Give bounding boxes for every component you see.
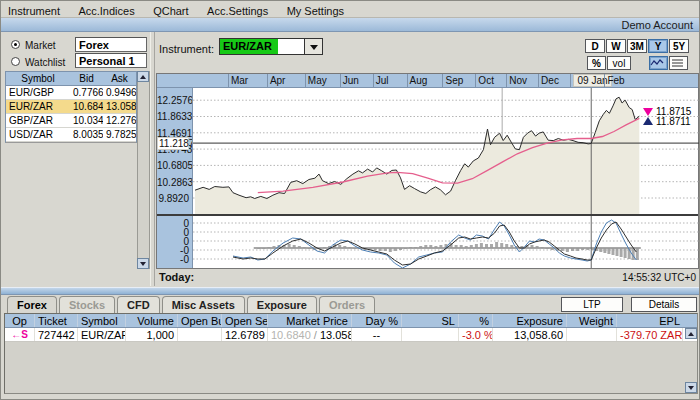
osc-histogram-bar bbox=[636, 248, 639, 260]
account-bar: Demo Account bbox=[1, 18, 700, 32]
instrument-input[interactable] bbox=[278, 39, 304, 54]
tab-exposure[interactable]: Exposure bbox=[247, 296, 317, 313]
col-op[interactable]: Op bbox=[5, 314, 35, 327]
arrow-down-icon bbox=[140, 262, 146, 266]
price-plot[interactable]: 11.8715 11.8711 bbox=[192, 88, 698, 214]
col-weight[interactable]: Weight bbox=[567, 314, 617, 327]
quote-ask: 9.7825 bbox=[103, 128, 136, 141]
osc-histogram-bar bbox=[500, 243, 503, 248]
quote-symbol: USD/ZAR bbox=[6, 128, 70, 141]
positions-header-row: Op Ticket Symbol Volume Open Buy Open Se… bbox=[5, 314, 697, 328]
quote-row[interactable]: EUR/GBP 0.7766 0.9496 bbox=[6, 86, 136, 100]
period-year-button[interactable]: Y bbox=[648, 39, 668, 53]
positions-scroll-down-button[interactable] bbox=[685, 382, 697, 393]
scroll-up-button[interactable] bbox=[137, 71, 149, 82]
clock-time: 14:55:32 UTC+0 bbox=[622, 272, 696, 283]
menu-instrument[interactable]: Instrument bbox=[1, 3, 67, 17]
watchlist-radio[interactable] bbox=[11, 57, 20, 66]
quote-row-selected[interactable]: EUR/ZAR 10.6840 13.0586 bbox=[6, 100, 136, 114]
arrow-up-icon bbox=[140, 75, 146, 79]
col-epl[interactable]: EPL bbox=[617, 314, 683, 327]
buy-price-marker-icon bbox=[643, 117, 653, 125]
today-label: Today: bbox=[159, 271, 194, 283]
col-ticket[interactable]: Ticket bbox=[35, 314, 78, 327]
quotes-header-ask[interactable]: Ask bbox=[103, 72, 136, 85]
col-volume[interactable]: Volume bbox=[126, 314, 178, 327]
col-pct[interactable]: % bbox=[459, 314, 493, 327]
quote-bid: 8.0035 bbox=[70, 128, 103, 141]
position-weight bbox=[567, 328, 617, 341]
position-market-price: 10.6840 / 13.0586 bbox=[268, 328, 352, 341]
instrument-selector[interactable]: EUR/ZAR bbox=[219, 38, 323, 55]
col-sl[interactable]: SL bbox=[402, 314, 459, 327]
quote-bid: 10.0340 bbox=[70, 114, 103, 127]
position-row[interactable]: ←S 727442 EUR/ZAR 1,000 12.6789 10.6840 … bbox=[5, 328, 697, 342]
osc-histogram-bar bbox=[384, 248, 387, 251]
tab-forex[interactable]: Forex bbox=[7, 296, 57, 313]
percent-scale-button[interactable]: % bbox=[587, 56, 606, 70]
osc-histogram-bar bbox=[561, 248, 564, 251]
price-plot-overlay: 11.8715 11.8711 bbox=[193, 88, 699, 214]
panel-splitter[interactable] bbox=[150, 32, 155, 286]
osc-histogram-bar bbox=[404, 248, 407, 249]
period-day-button[interactable]: D bbox=[585, 39, 605, 53]
menu-acc-settings[interactable]: Acc.Settings bbox=[200, 3, 275, 17]
col-day-pct[interactable]: Day % bbox=[352, 314, 402, 327]
period-5year-button[interactable]: 5Y bbox=[669, 39, 689, 53]
osc-histogram-bar bbox=[536, 246, 539, 248]
tab-stocks[interactable]: Stocks bbox=[59, 296, 115, 313]
osc-histogram-bar bbox=[551, 248, 554, 250]
line-chart-mode-button[interactable] bbox=[649, 56, 668, 70]
col-market-price[interactable]: Market Price bbox=[268, 314, 352, 327]
quote-list-mode-button[interactable] bbox=[669, 56, 688, 70]
month-tick bbox=[442, 74, 443, 87]
osc-histogram-bar bbox=[616, 248, 619, 256]
quote-bid: 10.6840 bbox=[70, 100, 103, 113]
menu-qchart[interactable]: QChart bbox=[146, 3, 195, 17]
osc-histogram-bar bbox=[379, 248, 382, 251]
watchlist-field[interactable]: Personal 1 bbox=[75, 53, 147, 68]
volume-button[interactable]: vol bbox=[607, 56, 631, 70]
osc-histogram-bar bbox=[620, 248, 623, 257]
period-3month-button[interactable]: 3M bbox=[627, 39, 647, 53]
horizontal-splitter[interactable] bbox=[1, 287, 700, 295]
month-tick bbox=[604, 74, 605, 87]
positions-scroll-up-button[interactable] bbox=[685, 328, 697, 339]
market-field[interactable]: Forex bbox=[75, 37, 147, 52]
month-label: Feb bbox=[607, 75, 624, 86]
ltp-button[interactable]: LTP bbox=[561, 297, 623, 312]
instrument-dropdown-button[interactable] bbox=[304, 39, 322, 54]
quote-bid: 0.7766 bbox=[70, 86, 103, 99]
quote-row[interactable]: USD/ZAR 8.0035 9.7825 bbox=[6, 128, 136, 142]
month-label: Nov bbox=[509, 75, 527, 86]
trading-app-window: Instrument Acc.Indices QChart Acc.Settin… bbox=[0, 0, 700, 400]
osc-histogram-bar bbox=[505, 244, 508, 248]
tab-orders[interactable]: Orders bbox=[319, 296, 375, 313]
oscillator-plot[interactable] bbox=[192, 216, 698, 268]
quotes-header-symbol[interactable]: Symbol bbox=[6, 72, 70, 85]
menu-my-settings[interactable]: My Settings bbox=[280, 3, 351, 17]
osc-histogram-bar bbox=[348, 247, 351, 248]
tab-misc-assets[interactable]: Misc Assets bbox=[162, 296, 245, 313]
period-week-button[interactable]: W bbox=[606, 39, 626, 53]
quotes-header-bid[interactable]: Bid bbox=[70, 72, 103, 85]
tab-cfd[interactable]: CFD bbox=[117, 296, 160, 313]
position-op: ←S bbox=[5, 328, 35, 341]
quote-row[interactable]: GBP/ZAR 10.0340 12.2769 bbox=[6, 114, 136, 128]
col-open-sell[interactable]: Open Sell bbox=[222, 314, 268, 327]
menu-acc-indices[interactable]: Acc.Indices bbox=[71, 3, 141, 17]
col-open-buy[interactable]: Open Buy bbox=[178, 314, 222, 327]
position-epl: -379.70 ZAR bbox=[617, 328, 683, 341]
details-button[interactable]: Details bbox=[631, 297, 697, 312]
market-price-bid: 10.6840 bbox=[271, 329, 311, 341]
month-tick bbox=[267, 74, 268, 87]
market-radio[interactable] bbox=[11, 40, 20, 49]
col-symbol[interactable]: Symbol bbox=[78, 314, 126, 327]
osc-histogram-bar bbox=[571, 248, 574, 251]
col-exposure[interactable]: Exposure bbox=[493, 314, 567, 327]
position-open-buy bbox=[178, 328, 222, 341]
quotes-scrollbar[interactable] bbox=[137, 71, 150, 269]
chevron-down-icon bbox=[310, 45, 318, 50]
quotes-table: Symbol Bid Ask EUR/GBP 0.7766 0.9496 EUR… bbox=[5, 71, 137, 143]
scroll-down-button[interactable] bbox=[137, 258, 149, 269]
